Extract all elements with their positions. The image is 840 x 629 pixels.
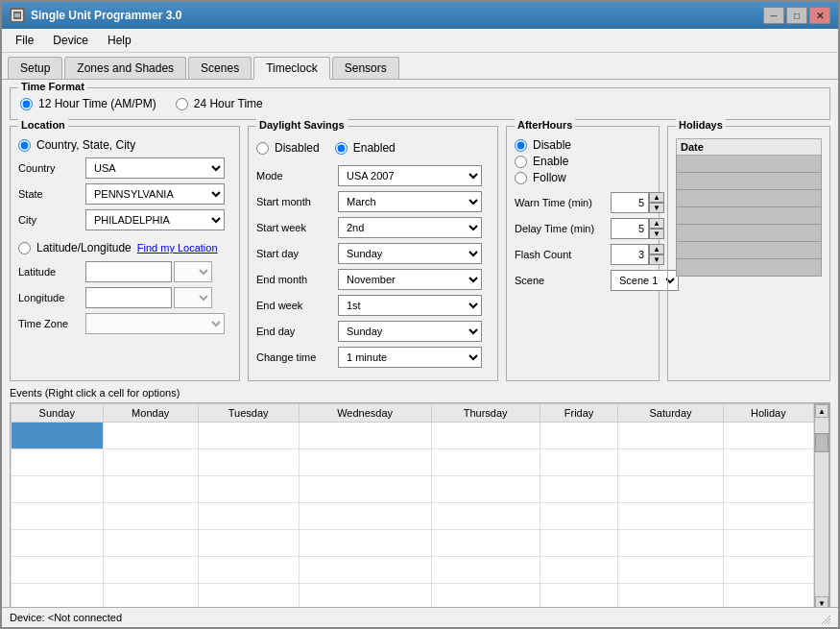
latitude-input[interactable] xyxy=(85,261,172,282)
delay-time-input[interactable] xyxy=(611,218,649,239)
event-cell[interactable] xyxy=(12,503,104,530)
start-day-select[interactable]: Sunday xyxy=(338,243,482,264)
end-day-select[interactable]: Sunday xyxy=(338,321,482,342)
event-cell[interactable] xyxy=(618,584,723,608)
event-cell[interactable] xyxy=(618,503,723,530)
tab-sensors[interactable]: Sensors xyxy=(332,57,399,79)
radio-disabled[interactable]: Disabled xyxy=(256,141,320,155)
scroll-up-button[interactable]: ▲ xyxy=(815,404,828,418)
tab-scenes[interactable]: Scenes xyxy=(188,57,252,79)
longitude-input[interactable] xyxy=(85,287,172,308)
country-select[interactable]: USA xyxy=(85,157,225,179)
minimize-button[interactable]: ─ xyxy=(763,7,784,24)
menu-file[interactable]: File xyxy=(6,31,43,50)
event-cell[interactable] xyxy=(198,423,299,449)
city-select[interactable]: PHILADELPHIA xyxy=(85,209,225,230)
event-cell[interactable] xyxy=(198,584,299,608)
radio-enabled[interactable]: Enabled xyxy=(335,141,396,155)
radio-latlng-input[interactable] xyxy=(18,242,31,254)
event-cell[interactable] xyxy=(12,449,104,476)
event-cell[interactable] xyxy=(198,557,299,584)
event-cell[interactable] xyxy=(431,449,540,476)
event-cell[interactable] xyxy=(299,584,431,608)
radio-follow[interactable]: Follow xyxy=(515,171,651,184)
radio-24hour[interactable]: 24 Hour Time xyxy=(176,97,263,110)
event-cell[interactable] xyxy=(723,530,813,557)
event-cell[interactable] xyxy=(723,423,813,449)
event-cell[interactable] xyxy=(103,530,198,557)
event-cell[interactable] xyxy=(618,530,723,557)
close-button[interactable]: ✕ xyxy=(809,7,830,24)
event-cell[interactable] xyxy=(540,530,618,557)
radio-enabled-input[interactable] xyxy=(335,142,348,155)
menu-help[interactable]: Help xyxy=(98,31,141,50)
delay-time-down[interactable]: ▼ xyxy=(649,229,664,239)
event-cell[interactable] xyxy=(540,449,618,476)
mode-select[interactable]: USA 2007 xyxy=(338,165,482,186)
event-cell[interactable] xyxy=(540,557,618,584)
scroll-thumb[interactable] xyxy=(815,433,828,452)
flash-count-input[interactable] xyxy=(611,244,649,265)
radio-latlng[interactable]: Latitude/Longitude xyxy=(18,241,132,254)
event-cell[interactable] xyxy=(103,476,198,503)
event-cell[interactable] xyxy=(431,557,540,584)
event-cell[interactable] xyxy=(618,557,723,584)
event-cell[interactable] xyxy=(540,584,618,608)
find-location-link[interactable]: Find my Location xyxy=(137,242,218,254)
flash-count-up[interactable]: ▲ xyxy=(649,244,664,254)
maximize-button[interactable]: □ xyxy=(786,7,807,24)
radio-12hour[interactable]: 12 Hour Time (AM/PM) xyxy=(20,97,156,110)
event-cell[interactable] xyxy=(12,557,104,584)
event-cell[interactable] xyxy=(12,423,104,449)
state-select[interactable]: PENNSYLVANIA xyxy=(85,183,225,205)
radio-country-input[interactable] xyxy=(18,139,31,152)
radio-enable-input[interactable] xyxy=(515,156,527,168)
radio-enable[interactable]: Enable xyxy=(515,155,651,168)
event-cell[interactable] xyxy=(103,503,198,530)
radio-disable[interactable]: Disable xyxy=(515,138,651,152)
event-cell[interactable] xyxy=(12,476,104,503)
radio-disabled-input[interactable] xyxy=(256,142,269,155)
event-cell[interactable] xyxy=(299,557,431,584)
radio-disable-input[interactable] xyxy=(515,139,527,152)
event-cell[interactable] xyxy=(299,449,431,476)
menu-device[interactable]: Device xyxy=(43,31,98,50)
flash-count-down[interactable]: ▼ xyxy=(649,254,664,265)
event-cell[interactable] xyxy=(299,476,431,503)
event-cell[interactable] xyxy=(723,503,813,530)
warn-time-up[interactable]: ▲ xyxy=(649,192,664,203)
event-cell[interactable] xyxy=(431,530,540,557)
warn-time-down[interactable]: ▼ xyxy=(649,203,664,213)
event-cell[interactable] xyxy=(618,476,723,503)
event-cell[interactable] xyxy=(723,449,813,476)
event-cell[interactable] xyxy=(103,557,198,584)
event-cell[interactable] xyxy=(198,503,299,530)
event-cell[interactable] xyxy=(103,449,198,476)
event-cell[interactable] xyxy=(540,476,618,503)
event-cell[interactable] xyxy=(723,557,813,584)
start-month-select[interactable]: March xyxy=(338,191,482,212)
change-time-select[interactable]: 1 minute xyxy=(338,347,482,368)
event-cell[interactable] xyxy=(198,449,299,476)
warn-time-input[interactable] xyxy=(611,192,649,213)
event-cell[interactable] xyxy=(299,423,431,449)
event-cell[interactable] xyxy=(431,476,540,503)
radio-country-state-city[interactable]: Country, State, City xyxy=(18,138,231,152)
event-cell[interactable] xyxy=(618,423,723,449)
latitude-dir[interactable] xyxy=(174,261,212,282)
end-month-select[interactable]: November xyxy=(338,269,482,290)
longitude-dir[interactable] xyxy=(174,287,212,308)
event-cell[interactable] xyxy=(540,423,618,449)
radio-24hour-input[interactable] xyxy=(176,98,188,110)
event-cell[interactable] xyxy=(12,584,104,608)
event-cell[interactable] xyxy=(12,530,104,557)
event-cell[interactable] xyxy=(723,476,813,503)
event-cell[interactable] xyxy=(299,503,431,530)
scroll-down-button[interactable]: ▼ xyxy=(815,596,828,607)
radio-12hour-input[interactable] xyxy=(20,98,33,110)
event-cell[interactable] xyxy=(431,584,540,608)
event-cell[interactable] xyxy=(540,503,618,530)
event-cell[interactable] xyxy=(103,423,198,449)
start-week-select[interactable]: 2nd xyxy=(338,217,482,238)
event-cell[interactable] xyxy=(299,530,431,557)
